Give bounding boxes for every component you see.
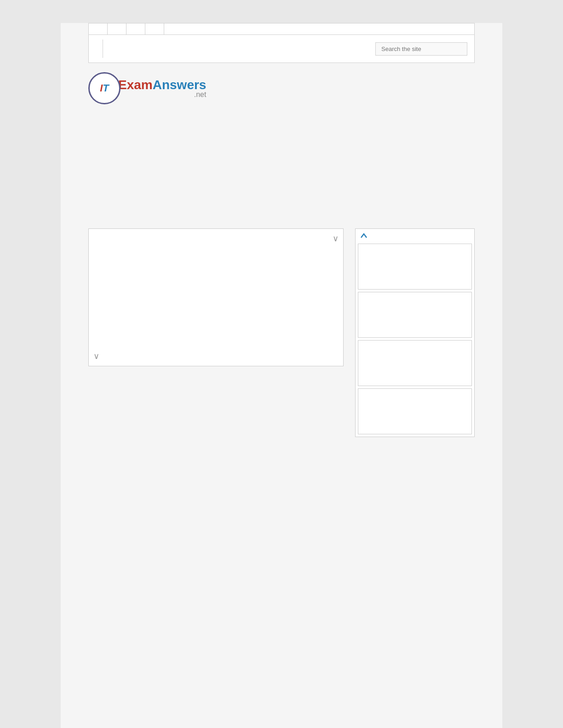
- sidebar-chevron-up[interactable]: [360, 233, 368, 240]
- sidebar-sub-box-4: [358, 388, 472, 434]
- logo-section: I T ExamAnswers .net: [61, 63, 502, 109]
- logo-exam-word: Exam: [118, 78, 153, 92]
- sidebar-widget: [355, 228, 475, 437]
- sidebar-sub-box-3: [358, 340, 472, 386]
- sidebar-sub-box-1: [358, 244, 472, 290]
- logo-text: ExamAnswers .net: [118, 78, 206, 98]
- it-circle-logo: I T: [88, 72, 121, 104]
- nav-item-2[interactable]: [108, 23, 126, 34]
- sidebar-sub-box-2: [358, 292, 472, 338]
- logo-net-text: .net: [118, 91, 206, 99]
- nav-top: [89, 23, 474, 35]
- nav-item-3[interactable]: [126, 23, 145, 34]
- collapse-button[interactable]: ∨: [333, 233, 339, 244]
- nav-item-1[interactable]: [89, 23, 108, 34]
- main-content-box: ∨ ∨: [88, 228, 344, 366]
- nav-logo-small: [96, 40, 103, 58]
- logo-answers-word: Answers: [153, 78, 207, 92]
- site-header: [88, 23, 475, 63]
- search-input[interactable]: [381, 46, 461, 52]
- left-column: ∨ ∨: [88, 228, 344, 444]
- ad-spacer: [61, 109, 502, 224]
- search-area: [375, 42, 467, 56]
- right-sidebar: [355, 228, 475, 444]
- nav-item-4[interactable]: [145, 23, 164, 34]
- search-input-wrapper[interactable]: [375, 42, 467, 56]
- site-logo[interactable]: I T ExamAnswers .net: [88, 72, 206, 104]
- content-area: ∨ ∨: [61, 228, 502, 444]
- expand-button[interactable]: ∨: [93, 351, 99, 361]
- sidebar-widget-header: [356, 229, 474, 244]
- logo-t-letter: T: [103, 82, 109, 94]
- nav-bottom: [89, 35, 474, 63]
- nav-item-5[interactable]: [164, 23, 183, 34]
